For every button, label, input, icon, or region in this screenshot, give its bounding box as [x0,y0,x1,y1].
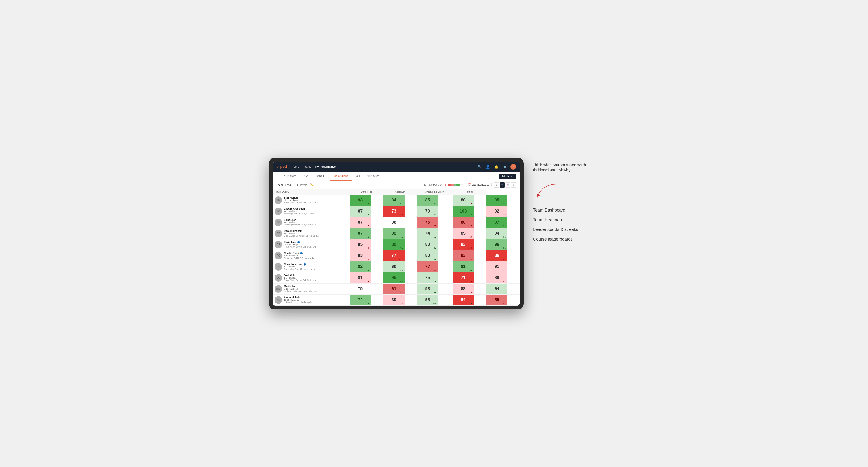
metric-cell-off-tee: 84 6▲ [383,195,417,206]
metric-change: 5▲ [503,225,506,227]
metric-cell-around-green: 83 10▼ [453,239,486,250]
metric-cell-approach: 80 3▲ [417,239,453,250]
metric-cell-player-quality: 81 3▼ [349,272,383,283]
player-name: Dave Billingham [284,230,348,232]
tablet-frame: clippd Home Teams My Performance 🔍 👤 🔔 ⚙… [269,158,524,309]
view-grid-icon[interactable]: ⊞ [494,182,499,187]
metric-value: 97 [494,220,499,225]
player-cell[interactable]: CQ Charlie Quick✓ 6-10 Handicap St. Geor… [273,250,349,261]
player-info: Blair McHarg Plus Handicap Royal North D… [284,196,348,204]
player-info: Charlie Quick✓ 6-10 Handicap St. George'… [284,252,348,259]
metric-change: 6▼ [469,225,472,227]
col-header-player[interactable]: Player Quality [273,189,349,195]
view-card-icon[interactable]: 🃏 [505,182,510,187]
metric-change: 4▼ [503,302,506,305]
player-cell[interactable]: BM Blair McHarg Plus Handicap Royal Nort… [273,195,349,206]
tablet-screen: clippd Home Teams My Performance 🔍 👤 🔔 ⚙… [273,161,520,306]
tab-tour[interactable]: Tour [352,172,363,181]
metric-change: 3▼ [367,280,369,282]
nav-links: Home Teams My Performance [291,164,472,169]
metric-cell-putting: 97 5▲ [486,217,520,228]
nav-link-my-performance[interactable]: My Performance [315,164,336,169]
col-header-around-green[interactable]: Around the Green [417,189,453,195]
user-avatar[interactable]: U [510,164,516,169]
user-icon[interactable]: 👤 [485,164,491,169]
player-info: Dave Billingham 1-5 Handicap Gog Magog G… [284,230,348,237]
metric-cell-putting: 94 3▲ [486,283,520,294]
table-row: JC Josh Coles 1-5 Handicap Royal North D… [273,272,520,283]
metric-change: 3▲ [434,247,437,249]
menu-items: Team Dashboard Team Heatmap Leaderboards… [533,208,599,242]
metric-value: 82 [392,231,396,236]
player-name: Aaron Nicholls [284,296,348,299]
player-cell[interactable]: DB Dave Billingham 1-5 Handicap Gog Mago… [273,228,349,239]
bar-green [456,184,460,186]
search-icon[interactable]: 🔍 [476,164,482,169]
metric-change: 3▲ [503,247,506,249]
player-cell[interactable]: EE Elliot Ebert 1-5 Handicap Sunningdale… [273,217,349,228]
player-cell[interactable]: DF David Ford✓ Plus Handicap Royal North… [273,239,349,250]
col-header-putting[interactable]: Putting [453,189,486,195]
player-club: St. George's Hill GC - Weybridge - Surre… [284,257,319,259]
metric-value: 83 [461,253,466,258]
col-header-off-tee[interactable]: Off the Tee [349,189,383,195]
metric-change: 4▲ [400,236,403,238]
metric-value: 85 [494,298,499,302]
settings-icon[interactable]: ⚙️ [502,164,507,169]
metric-cell-off-tee: 88 [383,217,417,228]
metric-value: 93 [358,198,363,203]
add-team-button[interactable]: Add Team [499,174,516,179]
tab-bar: PGAT Players PGA Hcaps 1-5 Team Clippd T… [273,172,520,181]
menu-item-leaderboards[interactable]: Leaderboards & streaks [533,227,599,232]
player-table: Player Quality Off the Tee Approach Arou… [273,189,520,306]
menu-item-course-leaderboards[interactable]: Course leaderboards [533,237,599,242]
metric-change: 8▼ [503,258,506,260]
player-cell[interactable]: CR Chris Robertson✓ 1-5 Handicap Craigmi… [273,261,349,272]
player-club: Sunningdale Golf Club, United Kingdom [284,224,319,226]
metric-change: 11▼ [399,214,403,216]
metric-value: 71 [461,275,466,280]
metric-cell-approach: 80 1▲ [417,250,453,261]
view-download-icon[interactable]: ↓ [511,182,516,187]
metric-value: 77 [392,253,396,258]
nav-link-teams[interactable]: Teams [303,164,311,169]
metric-value: 92 [494,209,499,214]
metric-cell-approach: 85 8▲ [417,195,453,206]
metric-value: 77 [425,264,430,269]
player-cell[interactable]: EC Edward Crossman 1-5 Handicap Sunningd… [273,206,349,217]
player-handicap: 1-5 Handicap [284,232,348,235]
annotation-arrow-svg [533,182,561,201]
col-header-approach[interactable]: Approach [383,189,417,195]
metric-change: 1▲ [503,236,506,238]
metric-change: 14▼ [399,258,403,260]
metric-change: 2▲ [400,269,403,271]
player-cell[interactable]: JC Josh Coles 1-5 Handicap Royal North D… [273,272,349,283]
metric-cell-off-tee: 89 7▲ [383,239,417,250]
edit-icon[interactable]: ✏️ [310,183,313,186]
metric-value: 88 [461,286,466,291]
nav-link-home[interactable]: Home [291,164,299,169]
bell-icon[interactable]: 🔔 [493,164,499,169]
metric-value: 82 [358,264,363,269]
menu-item-team-dashboard[interactable]: Team Dashboard [533,208,599,213]
metric-cell-putting: 86 8▼ [486,250,520,261]
metric-value: 85 [358,242,363,247]
tab-pgat-players[interactable]: PGAT Players [276,172,299,181]
menu-item-team-heatmap[interactable]: Team Heatmap [533,217,599,222]
player-cell[interactable]: AN Aaron Nicholls 11-15 Handicap Drift G… [273,294,349,305]
player-avatar: EC [275,208,282,215]
player-avatar: BM [275,196,282,204]
player-cell[interactable]: MM Matt Miller 6-10 Handicap Woburn Golf… [273,283,349,294]
view-table-icon[interactable]: ≡ [500,182,505,187]
tab-pga[interactable]: PGA [299,172,311,181]
player-info: Elliot Ebert 1-5 Handicap Sunningdale Go… [284,219,348,226]
last-rounds-button[interactable]: 📅 Last Rounds: 20 [466,183,492,187]
metric-value: 80 [425,253,430,258]
metric-value: 60 [392,264,396,269]
tab-all-players[interactable]: All Players [364,172,382,181]
metric-cell-around-green: 83 6▼ [453,250,486,261]
player-name: Josh Coles [284,274,348,277]
tab-hcaps-1-5[interactable]: Hcaps 1-5 [311,172,330,181]
player-handicap: Plus Handicap [284,243,348,246]
tab-team-clippd[interactable]: Team Clippd [330,172,352,181]
